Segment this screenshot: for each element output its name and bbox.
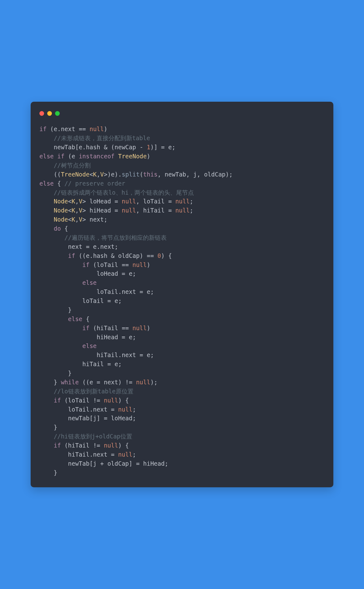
code-token: j [93,460,97,467]
code-token: null [132,325,147,331]
code-token: TreeNode [61,171,90,178]
code-token: = [118,270,129,277]
code-token: ; [150,288,154,295]
code-token [39,225,54,232]
code-token [39,270,97,277]
code-token: = [93,379,104,386]
code-token: TreeNode [118,153,147,160]
code-token [39,351,97,358]
code-token: loTail [143,198,165,205]
code-token: e [147,288,150,295]
code-token: 1 [147,144,150,151]
code-token: = [111,198,122,205]
code-token: next [93,451,108,458]
code-token: Node [54,216,68,223]
code-token: ); [150,379,158,386]
code-token: , [158,171,165,178]
code-token: null [104,442,118,449]
code-token: Node [54,207,68,214]
code-token: == [118,325,133,331]
code-token [39,334,97,341]
code-token: null [118,406,133,413]
code-token: ( [47,125,54,132]
code-token [39,315,68,322]
code-token: ] = [129,460,143,467]
code-token [39,451,68,458]
code-token: [ [75,144,78,151]
code-token: j [193,171,197,178]
code-token: Node [54,198,68,205]
code-token: ) { [161,252,172,259]
code-token: > [82,216,89,223]
code-token [39,415,68,422]
code-token: ) { [118,442,129,449]
code-token: K [72,216,75,223]
code-token: & [107,252,118,259]
code-token: K [93,171,97,178]
code-token: { [61,225,68,232]
code-token: ) [104,125,107,132]
code-token: null [89,125,104,132]
code-token: ( [64,153,72,160]
code-token: . [97,243,100,250]
code-token [39,135,54,141]
code-token: } [39,370,72,376]
code-token: newTab [68,460,90,467]
code-token: //hi链表放到j+oldCap位置 [54,433,132,440]
code-token: = [107,406,118,413]
code-token: next [93,406,108,413]
code-token: ; [164,460,168,467]
code-token: hiHead [143,460,165,467]
code-token: V [79,207,82,214]
code-token: ; [132,270,136,277]
code-token: next [68,243,83,250]
code-token: next [122,288,136,295]
code-token: null [136,379,150,386]
code-token: while [61,379,79,386]
code-token: null [122,207,136,214]
code-token: //链表拆成两个链表lo、hi，两个链表的头、尾节点 [54,189,194,196]
code-token: loHead [111,415,133,422]
code-token: ; [114,243,118,250]
code-token: hiTail [68,442,90,449]
code-token: < [68,198,72,205]
code-token: = [82,243,93,250]
code-token: if [82,261,89,268]
code-token: e [168,144,172,151]
code-token [39,252,68,259]
code-token: ); [225,171,233,178]
code-token: ; [118,361,122,367]
code-token: //树节点分割 [54,162,91,169]
code-token: K [72,198,75,205]
code-token: , [75,198,78,205]
code-token: instanceof [79,153,114,160]
code-token: else [82,342,97,349]
code-token [39,288,97,295]
code-token: else [82,279,97,286]
code-token: ) { [118,397,129,404]
minimize-icon[interactable] [47,111,52,116]
code-block: if (e.next == null) //未形成链表，直接分配到新table … [39,125,325,477]
code-token: ; [118,297,122,304]
code-token: } [39,379,61,386]
code-token: ) [147,325,150,331]
code-token: (( [79,379,89,386]
code-token: if [54,397,61,404]
close-icon[interactable] [39,111,44,116]
code-token: & ( [100,144,115,151]
code-token: split [122,171,139,178]
code-window: if (e.next == null) //未形成链表，直接分配到新table … [31,102,333,487]
code-token: newCap [114,144,136,151]
code-token: ; [132,451,136,458]
code-token [39,397,54,404]
code-token: e [129,334,132,341]
code-token: = [118,334,129,341]
code-token: if [68,252,75,259]
code-token: ] = [97,415,111,422]
code-token: newTab [54,144,75,151]
code-token: = [165,207,175,214]
code-token: ) [147,153,150,160]
code-token: newTab [165,171,186,178]
code-token: ; [104,216,107,223]
maximize-icon[interactable] [55,111,60,116]
